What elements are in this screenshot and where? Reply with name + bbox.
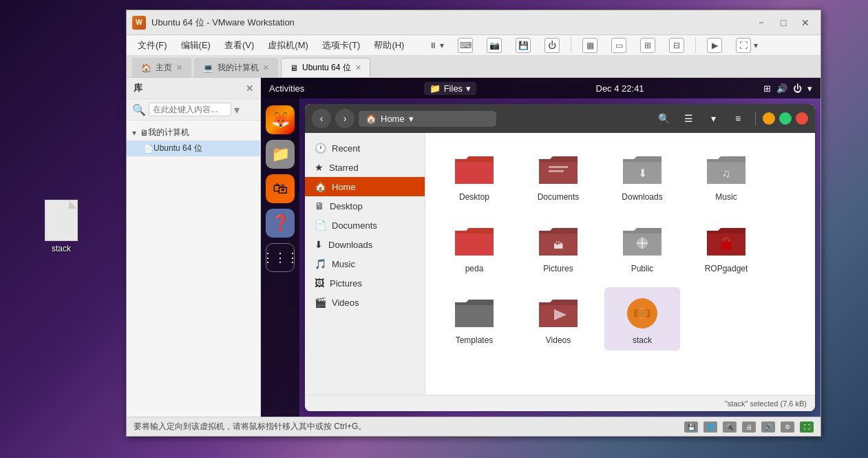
menu-edit[interactable]: 编辑(E) — [176, 37, 216, 54]
folder-templates[interactable]: Templates — [436, 287, 512, 351]
ubuntu-vm-label: Ubuntu 64 位 — [154, 143, 202, 154]
my-computer-tab-close[interactable]: ✕ — [263, 63, 269, 72]
fullscreen-button[interactable]: ⛶ ▾ — [730, 36, 763, 55]
music-sidebar-label: Music — [332, 259, 355, 269]
menu-help[interactable]: 帮助(H) — [368, 37, 410, 54]
snapshot-button[interactable]: 📷 — [481, 36, 507, 55]
suspend-button[interactable]: 💾 — [510, 36, 536, 55]
pause-icon: ⏸ — [429, 41, 437, 50]
dock-apps-grid[interactable]: ⋮⋮⋮ — [266, 243, 295, 272]
usb-status-icon[interactable]: 🔌 — [723, 421, 737, 433]
library-search-input[interactable] — [149, 103, 231, 116]
menu-bar: 文件(F) 编辑(E) 查看(V) 虚拟机(M) 选项卡(T) 帮助(H) ⏸ … — [127, 35, 821, 56]
tab-ubuntu[interactable]: 🖥 Ubuntu 64 位 ✕ — [281, 58, 370, 77]
folder-desktop[interactable]: Desktop — [436, 144, 512, 207]
tree-item-ubuntu[interactable]: 📄 Ubuntu 64 位 — [127, 140, 260, 156]
videos-sidebar-icon: 🎬 — [315, 297, 326, 308]
view-button2[interactable]: ▭ — [606, 36, 632, 55]
close-button[interactable]: ✕ — [796, 15, 815, 30]
folder-music[interactable]: ♫ Music — [688, 144, 764, 207]
folder-pictures[interactable]: 🏔 Pictures — [520, 216, 596, 279]
view-button4[interactable]: ⊟ — [664, 36, 690, 55]
library-close-icon[interactable]: ✕ — [246, 83, 253, 94]
library-panel: 库 ✕ 🔍 ▾ ▾ 🖥 我的计算机 📄 Ubuntu 64 位 — [127, 78, 261, 417]
system-clock: Dec 4 22:41 — [596, 83, 644, 94]
send-button[interactable]: ⌨ — [452, 36, 478, 55]
nav-back-button[interactable]: ‹ — [312, 109, 331, 128]
files-close-button[interactable] — [796, 112, 808, 125]
console-button[interactable]: ▶ — [701, 36, 728, 55]
view2-icon: ▭ — [611, 38, 626, 53]
sidebar-item-desktop[interactable]: 🖥 Desktop — [305, 196, 425, 216]
sidebar-item-starred[interactable]: ★ Starred — [305, 158, 425, 177]
home-tab-close[interactable]: ✕ — [176, 63, 182, 72]
sidebar-item-recent[interactable]: 🕐 Recent — [305, 138, 425, 158]
menu-vm[interactable]: 虚拟机(M) — [262, 37, 314, 54]
sidebar-item-videos[interactable]: 🎬 Videos — [305, 293, 425, 312]
dock-firefox[interactable]: 🦊 — [266, 105, 295, 134]
print-status-icon[interactable]: 🖨 — [742, 421, 756, 433]
files-maximize-button[interactable] — [779, 112, 792, 125]
files-content[interactable]: Desktop — [425, 133, 815, 395]
sidebar-item-downloads[interactable]: ⬇ Downloads — [305, 235, 425, 254]
maximize-button[interactable]: □ — [774, 15, 793, 30]
activities-button[interactable]: Activities — [269, 83, 304, 94]
tab-my-computer[interactable]: 💻 我的计算机 ✕ — [194, 58, 278, 77]
statusbar-right: 💾 🌐 🔌 🖨 🔊 ⚙ ⛶ — [684, 421, 814, 433]
view-button1[interactable]: ▦ — [577, 36, 603, 55]
file-stack[interactable]: stack — [604, 287, 680, 351]
toolbar-separator — [571, 38, 571, 53]
files-menu-arrow: ▾ — [466, 83, 471, 94]
sidebar-item-home[interactable]: 🏠 Home — [305, 177, 425, 196]
folder-videos[interactable]: Videos — [520, 287, 596, 351]
library-title: 库 — [134, 82, 142, 94]
sidebar-item-pictures[interactable]: 🖼 Pictures — [305, 273, 425, 293]
menu-file[interactable]: 文件(F) — [132, 37, 173, 54]
folder-peda[interactable]: peda — [436, 216, 512, 279]
pause-button[interactable]: ⏸ ▾ — [423, 39, 449, 52]
files-menu-button[interactable]: 📁 Files ▾ — [424, 82, 476, 95]
audio-status-icon[interactable]: 🔊 — [761, 421, 775, 433]
files-minimize-button[interactable] — [763, 112, 775, 125]
stack-file-icon — [45, 200, 78, 241]
view-options-button[interactable]: ▾ — [703, 108, 723, 129]
tree-item-my-computer[interactable]: ▾ 🖥 我的计算机 — [127, 125, 260, 140]
nav-forward-button[interactable]: › — [335, 109, 354, 128]
fullscreen-icon: ⛶ — [736, 38, 751, 53]
dock-software-center[interactable]: 🛍 — [266, 174, 295, 203]
search-dropdown-icon[interactable]: ▾ — [234, 103, 240, 116]
sidebar-item-documents[interactable]: 📄 Documents — [305, 216, 425, 235]
library-tree: ▾ 🖥 我的计算机 📄 Ubuntu 64 位 — [127, 121, 260, 417]
ubuntu-tab-close[interactable]: ✕ — [355, 63, 361, 72]
svg-text:⬇: ⬇ — [638, 167, 647, 179]
system-tray: ⊞ 🔊 ⏻ ▾ — [763, 83, 812, 94]
dock-help[interactable]: ❓ — [266, 209, 295, 238]
minimize-button[interactable]: － — [752, 15, 771, 30]
ubuntu-desktop[interactable]: Activities 📁 Files ▾ Dec 4 22:41 ⊞ 🔊 ⏻ ▾ — [261, 78, 821, 417]
hdd-status-icon[interactable]: 💾 — [684, 421, 698, 433]
tabs-area: 🏠 主页 ✕ 💻 我的计算机 ✕ 🖥 Ubuntu 64 位 ✕ — [127, 56, 821, 78]
templates-folder-label: Templates — [456, 335, 494, 345]
more-options-button[interactable]: ≡ — [728, 108, 748, 129]
software-center-icon: 🛍 — [273, 180, 288, 198]
search-button[interactable]: 🔍 — [653, 108, 674, 129]
vm-status-icon[interactable]: ⚙ — [781, 421, 794, 433]
view3-icon: ⊞ — [640, 38, 655, 53]
sidebar-item-music[interactable]: 🎵 Music — [305, 254, 425, 273]
dock-files-manager[interactable]: 📁 — [266, 140, 295, 169]
list-view-button[interactable]: ☰ — [678, 108, 699, 129]
tab-home[interactable]: 🏠 主页 ✕ — [132, 58, 191, 77]
vm-display[interactable]: Activities 📁 Files ▾ Dec 4 22:41 ⊞ 🔊 ⏻ ▾ — [261, 78, 821, 417]
view-button3[interactable]: ⊞ — [635, 36, 661, 55]
fullscreen-status-icon[interactable]: ⛶ — [800, 421, 814, 433]
shutdown-button[interactable]: ⏻ — [539, 36, 565, 55]
folder-ropgadget[interactable]: ROPgadget — [688, 216, 764, 279]
location-bar[interactable]: 🏠 Home ▾ — [359, 111, 496, 127]
folder-documents[interactable]: Documents — [520, 144, 596, 207]
network-status-icon[interactable]: 🌐 — [703, 421, 717, 433]
folder-public[interactable]: Public — [604, 216, 680, 279]
folder-downloads[interactable]: ⬇ Downloads — [604, 144, 680, 207]
menu-tabs[interactable]: 选项卡(T) — [317, 37, 366, 54]
menu-view[interactable]: 查看(V) — [219, 37, 260, 54]
desktop-file-icon[interactable]: stack — [45, 200, 78, 253]
